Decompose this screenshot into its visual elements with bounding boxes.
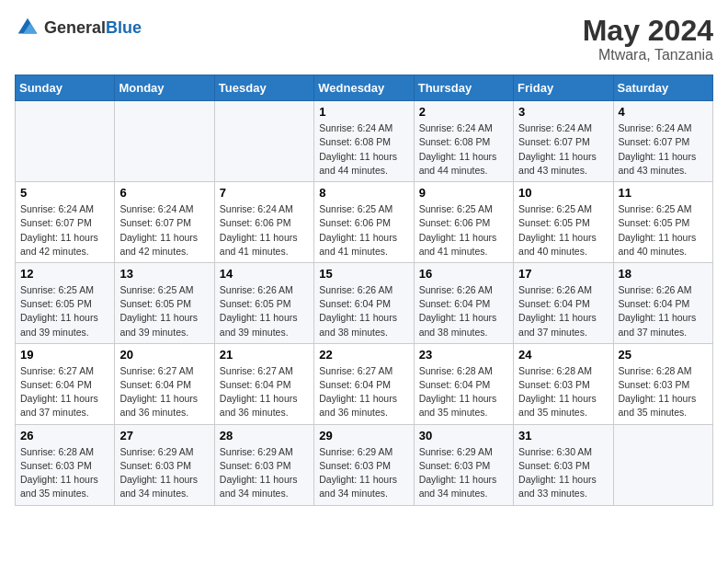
calendar-cell: 9Sunrise: 6:25 AMSunset: 6:06 PMDaylight… [414, 182, 513, 263]
title-block: May 2024 Mtwara, Tanzania [583, 15, 713, 63]
calendar-table: SundayMondayTuesdayWednesdayThursdayFrid… [15, 75, 713, 505]
column-header-saturday: Saturday [613, 75, 712, 101]
calendar-week-3: 12Sunrise: 6:25 AMSunset: 6:05 PMDayligh… [16, 262, 713, 343]
calendar-cell [613, 424, 712, 505]
day-number: 4 [619, 105, 708, 119]
calendar-cell: 30Sunrise: 6:29 AMSunset: 6:03 PMDayligh… [414, 424, 513, 505]
day-info: Sunrise: 6:30 AMSunset: 6:03 PMDaylight:… [518, 445, 608, 501]
day-number: 3 [518, 105, 608, 119]
calendar-cell: 17Sunrise: 6:26 AMSunset: 6:04 PMDayligh… [514, 262, 613, 343]
calendar-cell: 23Sunrise: 6:28 AMSunset: 6:04 PMDayligh… [414, 343, 513, 424]
calendar-cell: 2Sunrise: 6:24 AMSunset: 6:08 PMDaylight… [414, 101, 513, 182]
calendar-cell: 8Sunrise: 6:25 AMSunset: 6:06 PMDaylight… [314, 182, 414, 263]
calendar-week-2: 5Sunrise: 6:24 AMSunset: 6:07 PMDaylight… [16, 182, 713, 263]
calendar-cell: 6Sunrise: 6:24 AMSunset: 6:07 PMDaylight… [115, 182, 214, 263]
calendar-cell: 3Sunrise: 6:24 AMSunset: 6:07 PMDaylight… [514, 101, 613, 182]
logo: GeneralBlue [15, 15, 142, 40]
calendar-cell: 18Sunrise: 6:26 AMSunset: 6:04 PMDayligh… [613, 262, 712, 343]
logo-text-blue: Blue [106, 18, 142, 37]
day-number: 14 [220, 267, 309, 281]
day-number: 9 [419, 186, 508, 200]
calendar-cell: 16Sunrise: 6:26 AMSunset: 6:04 PMDayligh… [414, 262, 513, 343]
calendar-cell: 5Sunrise: 6:24 AMSunset: 6:07 PMDaylight… [16, 182, 115, 263]
calendar-cell [115, 101, 214, 182]
calendar-cell: 24Sunrise: 6:28 AMSunset: 6:03 PMDayligh… [514, 343, 613, 424]
calendar-cell: 15Sunrise: 6:26 AMSunset: 6:04 PMDayligh… [314, 262, 414, 343]
calendar-week-5: 26Sunrise: 6:28 AMSunset: 6:03 PMDayligh… [16, 424, 713, 505]
day-info: Sunrise: 6:26 AMSunset: 6:04 PMDaylight:… [518, 283, 608, 339]
column-header-friday: Friday [514, 75, 613, 101]
day-info: Sunrise: 6:26 AMSunset: 6:04 PMDaylight:… [619, 283, 708, 339]
day-info: Sunrise: 6:24 AMSunset: 6:08 PMDaylight:… [319, 121, 408, 178]
day-number: 12 [20, 267, 109, 281]
calendar-week-1: 1Sunrise: 6:24 AMSunset: 6:08 PMDaylight… [16, 101, 713, 182]
day-info: Sunrise: 6:28 AMSunset: 6:03 PMDaylight:… [20, 445, 109, 501]
day-info: Sunrise: 6:29 AMSunset: 6:03 PMDaylight:… [119, 445, 209, 501]
main-title: May 2024 [583, 15, 713, 47]
calendar-cell: 4Sunrise: 6:24 AMSunset: 6:07 PMDaylight… [613, 101, 712, 182]
day-info: Sunrise: 6:24 AMSunset: 6:08 PMDaylight:… [419, 121, 508, 178]
day-number: 25 [619, 348, 708, 362]
calendar-cell: 27Sunrise: 6:29 AMSunset: 6:03 PMDayligh… [115, 424, 214, 505]
calendar-week-4: 19Sunrise: 6:27 AMSunset: 6:04 PMDayligh… [16, 343, 713, 424]
day-number: 16 [419, 267, 508, 281]
calendar-cell: 31Sunrise: 6:30 AMSunset: 6:03 PMDayligh… [514, 424, 613, 505]
day-info: Sunrise: 6:27 AMSunset: 6:04 PMDaylight:… [220, 364, 309, 420]
calendar-cell: 1Sunrise: 6:24 AMSunset: 6:08 PMDaylight… [314, 101, 414, 182]
day-info: Sunrise: 6:27 AMSunset: 6:04 PMDaylight:… [20, 364, 109, 420]
column-header-monday: Monday [115, 75, 214, 101]
day-info: Sunrise: 6:29 AMSunset: 6:03 PMDaylight:… [220, 445, 309, 501]
day-info: Sunrise: 6:28 AMSunset: 6:03 PMDaylight:… [518, 364, 608, 420]
logo-text-general: General [44, 18, 106, 37]
calendar-cell: 12Sunrise: 6:25 AMSunset: 6:05 PMDayligh… [16, 262, 115, 343]
sub-title: Mtwara, Tanzania [583, 47, 713, 63]
day-info: Sunrise: 6:27 AMSunset: 6:04 PMDaylight:… [119, 364, 209, 420]
day-info: Sunrise: 6:28 AMSunset: 6:04 PMDaylight:… [419, 364, 508, 420]
day-info: Sunrise: 6:25 AMSunset: 6:05 PMDaylight:… [518, 202, 608, 259]
day-number: 7 [220, 186, 309, 200]
calendar-cell: 28Sunrise: 6:29 AMSunset: 6:03 PMDayligh… [214, 424, 313, 505]
column-header-sunday: Sunday [16, 75, 115, 101]
day-number: 18 [619, 267, 708, 281]
day-info: Sunrise: 6:24 AMSunset: 6:06 PMDaylight:… [220, 202, 309, 259]
day-number: 17 [518, 267, 608, 281]
calendar-cell: 13Sunrise: 6:25 AMSunset: 6:05 PMDayligh… [115, 262, 214, 343]
day-info: Sunrise: 6:26 AMSunset: 6:05 PMDaylight:… [220, 283, 309, 339]
day-number: 20 [119, 348, 209, 362]
day-info: Sunrise: 6:24 AMSunset: 6:07 PMDaylight:… [20, 202, 109, 259]
calendar-cell: 11Sunrise: 6:25 AMSunset: 6:05 PMDayligh… [613, 182, 712, 263]
day-info: Sunrise: 6:24 AMSunset: 6:07 PMDaylight:… [619, 121, 708, 178]
column-header-thursday: Thursday [414, 75, 513, 101]
calendar-cell: 7Sunrise: 6:24 AMSunset: 6:06 PMDaylight… [214, 182, 313, 263]
day-number: 29 [319, 429, 408, 442]
column-header-wednesday: Wednesday [314, 75, 414, 101]
day-number: 23 [419, 348, 508, 362]
day-number: 6 [119, 186, 209, 200]
day-info: Sunrise: 6:24 AMSunset: 6:07 PMDaylight:… [518, 121, 608, 178]
day-number: 11 [619, 186, 708, 200]
day-number: 31 [518, 429, 608, 442]
day-number: 8 [319, 186, 408, 200]
day-info: Sunrise: 6:25 AMSunset: 6:06 PMDaylight:… [419, 202, 508, 259]
column-header-tuesday: Tuesday [214, 75, 313, 101]
day-number: 2 [419, 105, 508, 119]
calendar-cell: 20Sunrise: 6:27 AMSunset: 6:04 PMDayligh… [115, 343, 214, 424]
calendar-cell: 21Sunrise: 6:27 AMSunset: 6:04 PMDayligh… [214, 343, 313, 424]
day-info: Sunrise: 6:24 AMSunset: 6:07 PMDaylight:… [119, 202, 209, 259]
calendar-cell: 26Sunrise: 6:28 AMSunset: 6:03 PMDayligh… [16, 424, 115, 505]
calendar-cell: 25Sunrise: 6:28 AMSunset: 6:03 PMDayligh… [613, 343, 712, 424]
day-info: Sunrise: 6:25 AMSunset: 6:05 PMDaylight:… [20, 283, 109, 339]
day-info: Sunrise: 6:26 AMSunset: 6:04 PMDaylight:… [419, 283, 508, 339]
calendar-cell [214, 101, 313, 182]
calendar-cell: 19Sunrise: 6:27 AMSunset: 6:04 PMDayligh… [16, 343, 115, 424]
day-number: 10 [518, 186, 608, 200]
calendar-cell [16, 101, 115, 182]
day-number: 27 [119, 429, 209, 442]
day-info: Sunrise: 6:28 AMSunset: 6:03 PMDaylight:… [619, 364, 708, 420]
day-info: Sunrise: 6:29 AMSunset: 6:03 PMDaylight:… [319, 445, 408, 501]
day-number: 22 [319, 348, 408, 362]
calendar-cell: 29Sunrise: 6:29 AMSunset: 6:03 PMDayligh… [314, 424, 414, 505]
calendar-cell: 22Sunrise: 6:27 AMSunset: 6:04 PMDayligh… [314, 343, 414, 424]
day-info: Sunrise: 6:26 AMSunset: 6:04 PMDaylight:… [319, 283, 408, 339]
logo-icon [15, 15, 40, 40]
